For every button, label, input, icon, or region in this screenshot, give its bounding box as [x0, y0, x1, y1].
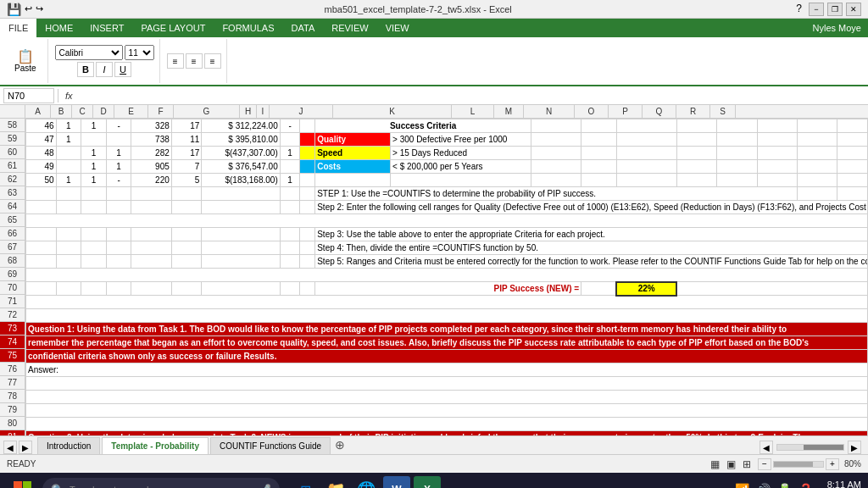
- excel-button[interactable]: X: [414, 476, 441, 488]
- scroll-left-button[interactable]: ◀: [760, 441, 773, 454]
- col-c[interactable]: C: [72, 105, 93, 118]
- cell-58-s[interactable]: [837, 119, 868, 133]
- cell-61-n[interactable]: [616, 160, 676, 174]
- cell-67-f[interactable]: [171, 241, 202, 255]
- cell-61-l[interactable]: [531, 160, 581, 174]
- cell-75-question[interactable]: confidential criteria shown only as succ…: [26, 350, 868, 363]
- cell-76-answer[interactable]: Answer:: [26, 363, 868, 377]
- cell-62-k[interactable]: [391, 174, 531, 187]
- tab-data[interactable]: DATA: [283, 19, 324, 37]
- cell-58-e[interactable]: 328: [131, 119, 171, 133]
- cell-60-b[interactable]: [56, 147, 81, 160]
- zoom-out-button[interactable]: −: [758, 458, 771, 470]
- cell-67-d[interactable]: [106, 241, 131, 255]
- cell-58-a[interactable]: 46: [26, 119, 57, 133]
- cell-58-d[interactable]: -: [106, 119, 131, 133]
- cell-62-n[interactable]: [616, 174, 676, 187]
- cell-62-s[interactable]: [837, 174, 868, 187]
- clock[interactable]: 8:11 AM 4/24/2019: [820, 480, 861, 488]
- cell-67-text[interactable]: Step 4: Then, divide the entire =COUNTIF…: [315, 241, 868, 255]
- cell-61-f[interactable]: 7: [171, 160, 202, 174]
- cell-64-d[interactable]: [106, 201, 131, 214]
- col-n[interactable]: N: [524, 105, 575, 118]
- cell-61-d[interactable]: 1: [106, 160, 131, 174]
- paste-button[interactable]: 📋Paste: [8, 47, 42, 75]
- sheet-tab-countif[interactable]: COUNTIF Functions Guide: [210, 437, 331, 454]
- cell-61-k[interactable]: < $ 200,000 per 5 Years: [391, 160, 531, 174]
- cell-62-q[interactable]: [757, 174, 797, 187]
- start-button[interactable]: [7, 474, 37, 488]
- cell-59-h[interactable]: [280, 133, 300, 147]
- cell-77[interactable]: [26, 377, 868, 391]
- cell-60-p[interactable]: [717, 147, 757, 160]
- cell-63-f[interactable]: [171, 187, 202, 201]
- taskview-button[interactable]: ⊞: [292, 476, 319, 488]
- cell-61-q[interactable]: [757, 160, 797, 174]
- col-l[interactable]: L: [452, 105, 494, 118]
- row-num-68[interactable]: 68: [0, 254, 25, 268]
- cell-64-g[interactable]: [202, 201, 280, 214]
- cell-58-jk[interactable]: Success Criteria: [315, 119, 531, 133]
- italic-button[interactable]: I: [96, 62, 113, 77]
- cell-58-i[interactable]: [300, 119, 315, 133]
- align-center-button[interactable]: ≡: [186, 53, 203, 69]
- col-k[interactable]: K: [333, 105, 452, 118]
- row-num-62[interactable]: 62: [0, 173, 25, 186]
- font-size-select[interactable]: 11: [125, 45, 154, 60]
- cell-60-n[interactable]: [616, 147, 676, 160]
- cell-58-o[interactable]: [676, 119, 716, 133]
- cell-63-s[interactable]: [837, 187, 868, 201]
- cell-62-p[interactable]: [717, 174, 757, 187]
- col-o[interactable]: O: [575, 105, 609, 118]
- cell-70-i[interactable]: [300, 282, 315, 296]
- cell-62-j[interactable]: [315, 174, 391, 187]
- cell-68-i[interactable]: [300, 255, 315, 269]
- row-num-63[interactable]: 63: [0, 186, 25, 200]
- cell-61-s[interactable]: [837, 160, 868, 174]
- col-b[interactable]: B: [51, 105, 72, 118]
- tab-page-layout[interactable]: PAGE LAYOUT: [132, 19, 214, 37]
- row-num-74[interactable]: 74: [0, 336, 25, 349]
- name-box[interactable]: [3, 88, 54, 103]
- cell-60-k[interactable]: > 15 Days Reduced: [391, 147, 531, 160]
- cell-60-c[interactable]: 1: [81, 147, 107, 160]
- row-num-66[interactable]: 66: [0, 227, 25, 241]
- cell-66-b[interactable]: [56, 228, 81, 241]
- close-button[interactable]: ✕: [846, 3, 861, 16]
- cell-61-b[interactable]: [56, 160, 81, 174]
- cell-61-r[interactable]: [797, 160, 837, 174]
- cell-59-m[interactable]: [581, 133, 616, 147]
- cell-70-g[interactable]: [202, 282, 280, 296]
- cell-58-q[interactable]: [757, 119, 797, 133]
- col-s[interactable]: S: [710, 105, 736, 118]
- view-page-break[interactable]: ⊞: [743, 458, 751, 470]
- row-num-59[interactable]: 59: [0, 132, 25, 146]
- cell-63-r[interactable]: [797, 187, 837, 201]
- cell-74-question[interactable]: remember the percentage that began as an…: [26, 336, 868, 350]
- row-num-61[interactable]: 61: [0, 159, 25, 173]
- cell-66-h[interactable]: [280, 228, 300, 241]
- cell-58-c[interactable]: 1: [81, 119, 107, 133]
- network-icon[interactable]: 📶: [735, 483, 749, 488]
- cell-60-q[interactable]: [757, 147, 797, 160]
- cell-71[interactable]: [26, 296, 868, 309]
- col-e[interactable]: E: [114, 105, 148, 118]
- cell-63-h[interactable]: [280, 187, 300, 201]
- cell-60-s[interactable]: [837, 147, 868, 160]
- underline-button[interactable]: U: [114, 62, 131, 77]
- cell-61-e[interactable]: 905: [131, 160, 171, 174]
- tab-formulas[interactable]: FORMULAS: [214, 19, 282, 37]
- cell-67-a[interactable]: [26, 241, 57, 255]
- cell-58-n[interactable]: [616, 119, 676, 133]
- cell-61-h[interactable]: [280, 160, 300, 174]
- cell-60-r[interactable]: [797, 147, 837, 160]
- font-family-select[interactable]: Calibri: [55, 45, 123, 60]
- cell-60-f[interactable]: 17: [171, 147, 202, 160]
- cell-66-text[interactable]: Step 3: Use the table above to enter the…: [315, 228, 868, 241]
- col-f[interactable]: F: [148, 105, 174, 118]
- cell-59-p[interactable]: [717, 133, 757, 147]
- cell-62-g[interactable]: $(183,168.00): [202, 174, 280, 187]
- cell-59-b[interactable]: 1: [56, 133, 81, 147]
- cell-66-c[interactable]: [81, 228, 107, 241]
- cell-60-a[interactable]: 48: [26, 147, 57, 160]
